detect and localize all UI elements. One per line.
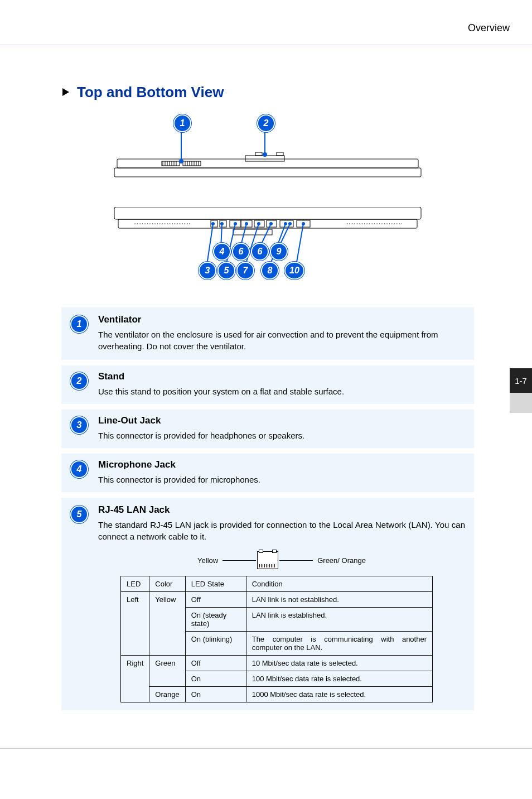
table-row: Left Yellow Off LAN link is not establis…: [121, 592, 433, 608]
info-block-mic: 4 Microphone Jack This connector is prov…: [61, 454, 474, 492]
cell-condition: 10 Mbit/sec data rate is selected.: [246, 656, 432, 671]
table-header-row: LED Color LED State Condition: [121, 576, 433, 592]
bottom-view-diagram: 4 6 6 9 3 5 7 8 1: [61, 207, 474, 302]
callout-badge-6a: 6: [232, 243, 250, 261]
svg-rect-26: [114, 207, 421, 219]
rj45-line-left: [223, 560, 256, 561]
rj45-port-icon: [257, 551, 278, 569]
info-block-lineout: 3 Line-Out Jack This connector is provid…: [61, 410, 474, 448]
callout-badge-1: 1: [173, 114, 191, 132]
callout-badge-10: 10: [284, 262, 304, 280]
svg-point-23: [179, 159, 183, 163]
svg-point-25: [263, 152, 267, 157]
info-block-rj45: 5 RJ-45 LAN Jack The standard RJ-45 LAN …: [61, 498, 474, 710]
page: Overview 1-7 Top and Bottom View: [0, 0, 532, 799]
th-state: LED State: [185, 576, 246, 592]
info-badge-1: 1: [70, 315, 88, 333]
th-condition: Condition: [246, 576, 432, 592]
svg-rect-3: [162, 161, 180, 166]
svg-rect-21: [277, 152, 283, 156]
rj45-led-diagram: Yellow Green/ Orange: [98, 551, 465, 569]
svg-rect-2: [117, 159, 418, 168]
info-title-2: Stand: [98, 371, 465, 382]
chevron-right-icon: [61, 87, 71, 97]
table-row: Right Green Off 10 Mbit/sec data rate is…: [121, 656, 433, 671]
info-text-2: Use this stand to position your system o…: [98, 386, 465, 397]
callout-badge-7: 7: [236, 262, 254, 280]
table-row: Orange On 1000 Mbit/sec data rate is sel…: [121, 687, 433, 702]
callout-badge-5: 5: [217, 262, 235, 280]
info-badge-2: 2: [70, 372, 88, 390]
cell-color: Green: [149, 656, 185, 687]
led-table: LED Color LED State Condition Left Yello…: [120, 576, 433, 702]
svg-rect-1: [114, 168, 421, 177]
th-color: Color: [149, 576, 185, 592]
info-title-4: Microphone Jack: [98, 459, 465, 470]
cell-condition: 1000 Mbit/sec data rate is selected.: [246, 687, 432, 702]
rj45-line-right: [279, 560, 313, 561]
callout-badge-8: 8: [261, 262, 279, 280]
cell-led: Right: [121, 656, 149, 702]
section-title: Top and Bottom View: [61, 84, 474, 101]
cell-state: Off: [185, 592, 246, 608]
cell-state: Off: [185, 656, 246, 671]
cell-condition: The computer is communicating with anoth…: [246, 632, 432, 656]
svg-point-56: [302, 222, 305, 225]
svg-point-54: [288, 222, 292, 225]
info-badge-3: 3: [70, 416, 88, 434]
cell-condition: 100 Mbit/sec data rate is selected.: [246, 671, 432, 687]
info-text-3: This connector is provided for headphone…: [98, 430, 465, 441]
info-block-stand: 2 Stand Use this stand to position your …: [61, 365, 474, 404]
cell-color: Orange: [149, 687, 185, 702]
svg-point-46: [245, 222, 248, 225]
main-content: Top and Bottom View: [61, 84, 474, 716]
cell-state: On: [185, 687, 246, 702]
svg-rect-20: [255, 152, 262, 156]
info-badge-4: 4: [70, 460, 88, 478]
page-number-tab: 1-7: [510, 368, 532, 393]
svg-point-40: [211, 222, 215, 225]
svg-point-42: [220, 222, 224, 225]
info-title-3: Line-Out Jack: [98, 415, 465, 426]
rj45-left-label: Yellow: [197, 556, 218, 565]
page-number-tab-shadow: [510, 393, 532, 413]
info-title-5: RJ-45 LAN Jack: [98, 504, 465, 516]
svg-point-48: [257, 222, 260, 225]
info-block-ventilator: 1 Ventilator The ventilator on the enclo…: [61, 307, 474, 360]
section-title-text: Top and Bottom View: [77, 84, 224, 100]
info-title-1: Ventilator: [98, 314, 465, 325]
svg-point-52: [284, 222, 287, 225]
cell-condition: LAN link is not established.: [246, 592, 432, 608]
svg-marker-0: [62, 88, 69, 96]
info-text-5: The standard RJ-45 LAN jack is provided …: [98, 519, 465, 542]
info-text-4: This connector is provided for microphon…: [98, 474, 465, 485]
rj45-right-label: Green/ Orange: [317, 556, 366, 565]
callout-badge-6b: 6: [251, 243, 269, 261]
cell-state: On (steady state): [185, 608, 246, 632]
header-section: Overview: [468, 22, 510, 34]
callout-badge-4: 4: [213, 243, 231, 261]
info-badge-5: 5: [70, 506, 88, 523]
cell-state: On: [185, 671, 246, 687]
cell-state: On (blinking): [185, 632, 246, 656]
callout-badge-9: 9: [270, 243, 288, 261]
callout-badge-3: 3: [199, 262, 216, 280]
svg-point-50: [269, 222, 273, 225]
callout-badge-2: 2: [257, 114, 275, 132]
th-led: LED: [121, 576, 149, 592]
top-view-diagram: 1 2: [61, 112, 474, 190]
cell-color: Yellow: [149, 592, 185, 656]
info-text-1: The ventilator on the enclosure is used …: [98, 329, 465, 352]
svg-point-44: [234, 222, 237, 225]
cell-led: Left: [121, 592, 149, 656]
cell-condition: LAN link is established.: [246, 608, 432, 632]
